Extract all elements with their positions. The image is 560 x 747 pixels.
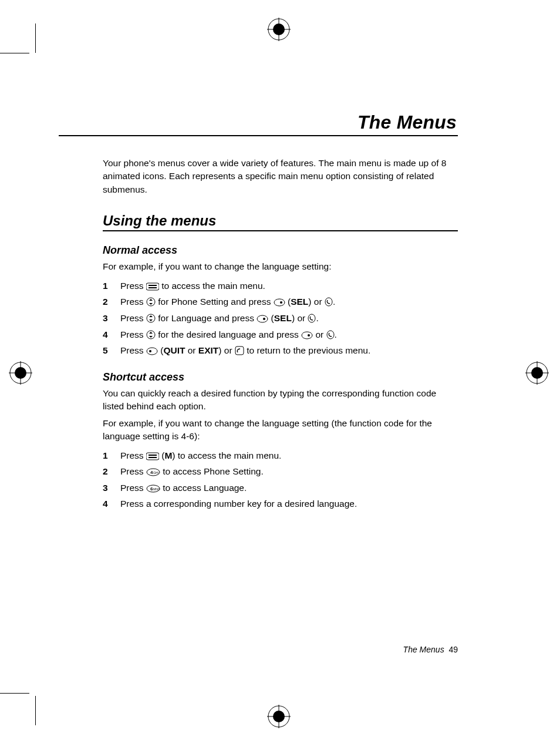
step-text: Press for the desired language and press… <box>120 327 458 342</box>
step-item: 3 Press 6MNO to access Language. <box>103 480 458 496</box>
svg-rect-39 <box>235 346 244 355</box>
svg-rect-41 <box>149 455 157 456</box>
digit-4-key-icon: 4GHI <box>146 466 160 475</box>
step-number: 4 <box>103 496 120 512</box>
page-footer: The Menus 49 <box>103 645 458 654</box>
svg-marker-33 <box>149 336 153 338</box>
step-text: Press (QUIT or EXIT) or to return to the… <box>120 343 458 358</box>
svg-text:GHI: GHI <box>153 471 158 475</box>
paragraph: You can quickly reach a desired function… <box>103 387 458 413</box>
step-item: 1 Press to access the main menu. <box>103 278 458 294</box>
softkey-icon <box>257 312 268 321</box>
svg-point-34 <box>302 332 312 339</box>
step-text: Press a corresponding number key for a d… <box>120 496 458 512</box>
label-m: M <box>164 450 172 460</box>
label-exit: EXIT <box>198 345 218 355</box>
step-item: 4 Press a corresponding number key for a… <box>103 496 458 512</box>
step-item: 2 Press for Phone Setting and press (SEL… <box>103 294 458 309</box>
svg-rect-17 <box>149 285 157 286</box>
menu-key-icon <box>146 280 159 289</box>
svg-rect-42 <box>149 457 157 458</box>
title-rule <box>59 135 458 136</box>
steps-list: 1 Press (M) to access the main menu. 2 P… <box>103 448 458 512</box>
nav-key-icon <box>146 312 156 321</box>
step-number: 1 <box>103 278 120 294</box>
registration-mark-icon <box>525 361 549 385</box>
page-title-row: The Menus <box>103 112 458 133</box>
crop-mark-icon <box>35 696 36 725</box>
step-number: 3 <box>103 311 120 326</box>
registration-mark-icon <box>267 18 291 41</box>
step-text: Press (M) to access the main menu. <box>120 448 458 463</box>
nav-key-icon <box>146 329 156 338</box>
step-text: Press 4GHI to access Phone Setting. <box>120 464 458 479</box>
paragraph: For example, if you want to change the l… <box>103 417 458 443</box>
label-quit: QUIT <box>163 345 185 355</box>
step-text: Press for Language and press (SEL) or . <box>120 311 458 326</box>
step-number: 2 <box>103 464 120 479</box>
page-title: The Menus <box>103 112 458 133</box>
svg-point-30 <box>308 314 315 322</box>
crop-mark-icon <box>35 23 36 53</box>
step-item: 1 Press (M) to access the main menu. <box>103 448 458 463</box>
steps-list: 1 Press to access the main menu. 2 Press… <box>103 278 458 358</box>
crop-mark-icon <box>0 693 29 694</box>
step-number: 5 <box>103 343 120 358</box>
svg-point-28 <box>257 315 268 322</box>
page-content: The Menus Your phone's menus cover a wid… <box>103 112 458 513</box>
registration-mark-icon <box>9 361 32 385</box>
svg-point-35 <box>308 334 310 337</box>
page-number: 49 <box>448 645 458 654</box>
svg-text:MNO: MNO <box>153 487 160 491</box>
svg-point-37 <box>147 348 157 355</box>
menu-key-icon <box>146 450 159 459</box>
intro-paragraph: Your phone's menus cover a wide variety … <box>103 157 458 196</box>
send-key-icon <box>326 329 335 338</box>
step-number: 1 <box>103 448 120 463</box>
svg-marker-27 <box>149 319 153 321</box>
step-item: 4 Press for the desired language and pre… <box>103 327 458 342</box>
svg-point-23 <box>280 301 282 304</box>
crop-mark-icon <box>0 53 29 53</box>
svg-rect-40 <box>146 453 159 460</box>
step-number: 3 <box>103 480 120 496</box>
lead-paragraph: For example, if you want to change the l… <box>103 260 458 273</box>
footer-label: The Menus <box>403 645 444 654</box>
step-item: 5 Press (QUIT or EXIT) or to return to t… <box>103 343 458 358</box>
step-number: 2 <box>103 294 120 309</box>
softkey-icon <box>301 329 313 338</box>
label-sel: SEL <box>291 297 308 307</box>
svg-rect-18 <box>149 287 157 288</box>
svg-point-38 <box>149 350 151 352</box>
step-item: 2 Press 4GHI to access Phone Setting. <box>103 464 458 479</box>
subsection-heading: Shortcut access <box>103 371 458 383</box>
send-key-icon <box>308 312 316 321</box>
step-number: 4 <box>103 327 120 342</box>
svg-marker-26 <box>149 315 153 317</box>
step-text: Press for Phone Setting and press (SEL) … <box>120 294 458 309</box>
subsection-heading: Normal access <box>103 244 458 257</box>
registration-mark-icon <box>267 705 291 728</box>
svg-point-22 <box>274 299 285 306</box>
step-text: Press to access the main menu. <box>120 278 458 294</box>
digit-6-key-icon: 6MNO <box>146 482 160 491</box>
svg-point-29 <box>263 318 265 320</box>
softkey-left-icon <box>146 345 158 354</box>
svg-rect-16 <box>146 283 159 290</box>
svg-marker-20 <box>149 299 153 301</box>
end-key-icon <box>235 345 244 354</box>
step-text: Press 6MNO to access Language. <box>120 480 458 496</box>
svg-marker-21 <box>149 303 153 305</box>
send-key-icon <box>325 296 333 305</box>
label-sel: SEL <box>274 313 292 323</box>
nav-key-icon <box>146 296 156 305</box>
section-heading: Using the menus <box>103 213 458 231</box>
step-item: 3 Press for Language and press (SEL) or … <box>103 311 458 326</box>
softkey-icon <box>274 296 285 305</box>
svg-point-36 <box>327 331 334 339</box>
svg-marker-32 <box>149 332 153 334</box>
svg-point-24 <box>325 298 332 306</box>
